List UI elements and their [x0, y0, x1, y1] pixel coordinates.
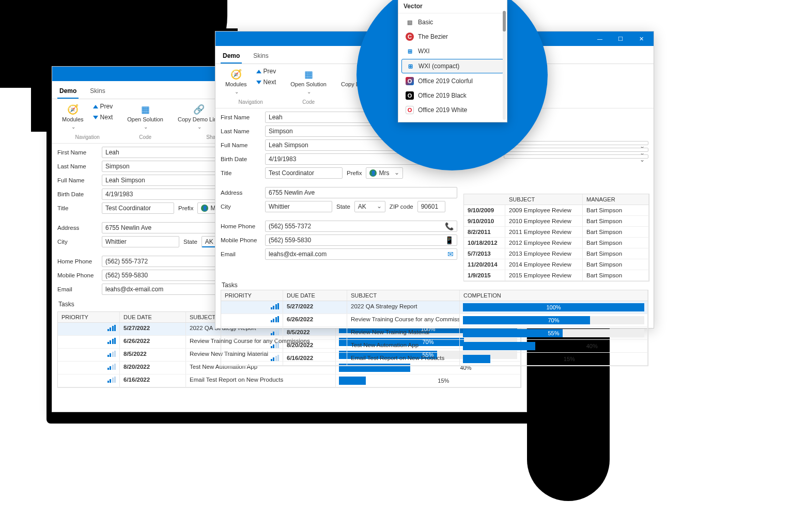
tasks-grid-front: PRIORITY DUE DATE SUBJECT COMPLETION 5/2…: [221, 290, 648, 366]
col-priority[interactable]: PRIORITY: [221, 290, 283, 301]
city-input[interactable]: Whittier: [102, 236, 179, 247]
tab-skins[interactable]: Skins: [88, 84, 107, 99]
prefix-combo[interactable]: 👤Mrs: [366, 167, 403, 179]
skin-item[interactable]: OOffice 2019 Colorful: [401, 74, 504, 88]
mobile-phone-input[interactable]: (562) 559-5830📱: [265, 234, 457, 246]
minimize-button[interactable]: [590, 33, 610, 45]
title-input[interactable]: Test Coordinator: [265, 167, 343, 179]
prev-button[interactable]: Prev: [253, 66, 280, 76]
col-priority[interactable]: PRIORITY: [58, 312, 120, 322]
col-manager[interactable]: MANAGER: [583, 194, 649, 205]
modules-button[interactable]: 🧭Modules: [222, 66, 251, 97]
close-button[interactable]: [631, 33, 652, 45]
skin-item-label: Office 2019 Black: [418, 92, 467, 99]
birth-date-label: Birth Date: [221, 156, 261, 162]
mail-icon[interactable]: ✉: [447, 250, 454, 258]
next-label: Next: [264, 79, 276, 86]
right-combo-3[interactable]: [504, 154, 648, 159]
compass-icon: 🧭: [67, 104, 79, 115]
tab-demo-front[interactable]: Demo: [221, 49, 242, 64]
table-row[interactable]: 6/16/2022Email Test Report on New Produc…: [58, 374, 521, 387]
group-nav-label: Navigation: [75, 132, 100, 143]
scroll-thumb[interactable]: [503, 11, 506, 32]
skin-item[interactable]: OOffice 2019 Black: [401, 89, 504, 102]
date-cell: 8/2/2011: [464, 227, 505, 237]
mobile-icon[interactable]: 📱: [445, 236, 454, 244]
scrollbar[interactable]: [503, 11, 506, 120]
home-phone-label: Home Phone: [57, 258, 98, 264]
caret-icon: [306, 88, 311, 95]
tab-skins-front[interactable]: Skins: [251, 49, 270, 64]
date-cell: 10/18/2012: [464, 238, 505, 248]
subject-cell: Review Training Course for any Commissio…: [347, 314, 460, 326]
subject-cell: Email Test Report on New Products: [186, 374, 336, 387]
skin-item-label: Basic: [418, 19, 433, 26]
table-row[interactable]: 9/10/20092009 Employee ReviewBart Simpso…: [464, 205, 649, 216]
address-label: Address: [221, 190, 261, 196]
address-input[interactable]: 6755 Newlin Ave: [265, 187, 457, 198]
zip-label: ZIP code: [390, 204, 413, 210]
prefix-value: Mrs: [379, 169, 389, 177]
table-row[interactable]: 5/7/20132013 Employee ReviewBart Simpson: [464, 248, 649, 259]
zip-input[interactable]: 90601: [417, 201, 445, 212]
caret-icon: [143, 123, 148, 130]
skin-item[interactable]: CThe Bezier: [401, 30, 504, 43]
due-cell: 5/27/2022: [283, 301, 347, 314]
col-due[interactable]: DUE DATE: [283, 290, 347, 301]
subject-cell: 2011 Employee Review: [505, 227, 583, 237]
eval-grid: D SUBJECT MANAGER 9/10/20092009 Employee…: [463, 194, 649, 281]
table-row[interactable]: 8/5/2022Review New Training Material55%: [221, 327, 648, 340]
table-row[interactable]: 9/10/20102010 Employee ReviewBart Simpso…: [464, 216, 649, 227]
home-phone-label: Home Phone: [221, 223, 261, 229]
title-input[interactable]: Test Coordinator: [102, 202, 174, 214]
skin-item[interactable]: ▧Basic: [401, 15, 504, 29]
next-button[interactable]: Next: [89, 112, 117, 122]
due-cell: 6/26/2022: [283, 314, 347, 326]
due-cell: 6/16/2022: [283, 353, 347, 365]
arrow-down-icon: [93, 116, 98, 119]
maximize-button[interactable]: [610, 33, 631, 45]
open-solution-button[interactable]: ▦Open Solution: [123, 101, 167, 132]
table-row[interactable]: 5/27/20222022 QA Strategy Report100%: [221, 301, 648, 314]
prev-label: Prev: [264, 68, 276, 75]
city-input[interactable]: Whittier: [265, 201, 332, 212]
next-button[interactable]: Next: [253, 77, 280, 87]
table-row[interactable]: 8/20/2022Test New Automation App40%: [221, 340, 648, 353]
signal-icon: [107, 338, 116, 344]
state-combo[interactable]: AK: [354, 201, 385, 212]
email-input[interactable]: leahs@dx-email.com✉: [265, 248, 457, 260]
table-row[interactable]: 6/16/2022Email Test Report on New Produc…: [221, 353, 648, 366]
subject-cell: Review New Training Material: [347, 327, 460, 339]
col-due[interactable]: DUE DATE: [120, 312, 186, 322]
skin-item-label: The Bezier: [418, 33, 448, 40]
table-row[interactable]: 10/18/20122012 Employee ReviewBart Simps…: [464, 238, 649, 248]
due-cell: 5/27/2022: [120, 323, 186, 335]
skins-dropdown[interactable]: Vector ▧BasicCThe Bezier⊞WXI⊞WXI (compac…: [398, 0, 507, 122]
last-name-label: Last Name: [221, 128, 261, 134]
table-row[interactable]: 6/26/2022Review Training Course for any …: [221, 314, 648, 327]
tab-demo[interactable]: Demo: [57, 84, 79, 99]
skin-item[interactable]: ⊞WXI: [401, 44, 504, 58]
right-combo-2[interactable]: [504, 148, 648, 152]
signal-icon: [107, 364, 116, 370]
open-solution-label: Open Solution: [127, 116, 163, 122]
right-combo-1[interactable]: [504, 141, 648, 145]
col-subject[interactable]: SUBJECT: [347, 290, 460, 301]
full-name-label: Full Name: [221, 142, 261, 148]
skin-item[interactable]: OOffice 2019 White: [401, 103, 504, 117]
prev-button[interactable]: Prev: [89, 101, 117, 112]
subject-cell: 2013 Employee Review: [505, 248, 583, 259]
col-completion[interactable]: COMPLETION: [460, 290, 648, 301]
home-phone-input[interactable]: (562) 555-7372📞: [265, 221, 457, 232]
phone-icon[interactable]: 📞: [445, 222, 454, 230]
home-phone-value: (562) 555-7372: [269, 223, 311, 230]
col-subject-eval[interactable]: SUBJECT: [505, 194, 583, 205]
open-solution-button[interactable]: ▦Open Solution: [287, 66, 330, 97]
skins-dropdown-header: Vector: [398, 0, 507, 13]
skin-item[interactable]: ⊞WXI (compact): [401, 59, 504, 73]
table-row[interactable]: 11/20/20142014 Employee ReviewBart Simps…: [464, 259, 649, 270]
tasks-header-label: Tasks: [221, 278, 648, 290]
date-cell: 5/7/2013: [464, 248, 505, 259]
table-row[interactable]: 8/2/20112011 Employee ReviewBart Simpson: [464, 227, 649, 238]
modules-button[interactable]: 🧭Modules: [58, 101, 87, 132]
